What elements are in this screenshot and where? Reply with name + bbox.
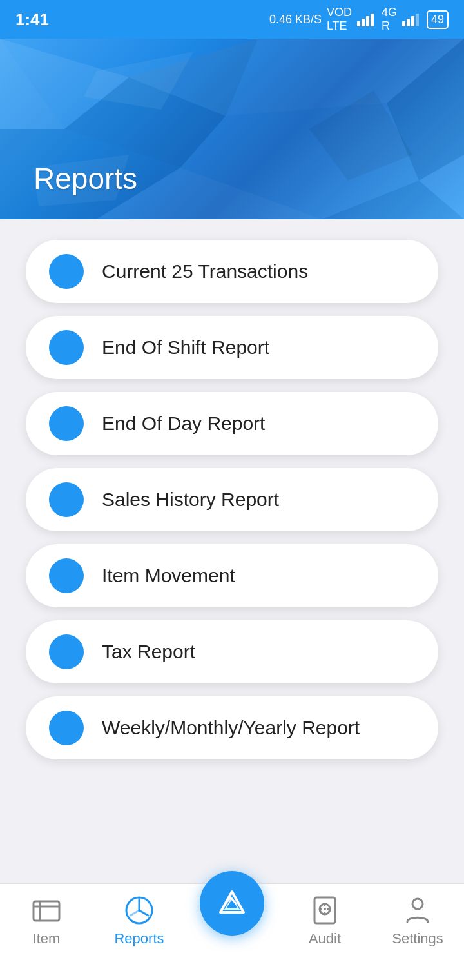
svg-rect-2	[366, 16, 369, 26]
report-dot-current-25	[49, 254, 84, 289]
bottom-navigation: Item Reports	[0, 883, 464, 980]
page-title: Reports	[34, 161, 137, 196]
nav-item-audit[interactable]: Audit	[278, 894, 371, 947]
network-speed: 0.46 KB/S	[269, 13, 322, 26]
status-right: 0.46 KB/S VODLTE 4GR 49	[269, 6, 449, 33]
battery: 49	[427, 10, 449, 29]
report-label-end-of-day: End Of Day Report	[102, 413, 265, 435]
settings-icon	[401, 894, 434, 926]
svg-rect-6	[411, 16, 414, 26]
report-dot-end-of-shift	[49, 330, 84, 365]
report-card-sales-history[interactable]: Sales History Report	[26, 468, 438, 531]
svg-rect-3	[371, 14, 374, 26]
audit-icon	[309, 894, 341, 926]
status-bar: 1:41 0.46 KB/S VODLTE 4GR 49	[0, 0, 464, 39]
svg-rect-0	[357, 21, 360, 26]
report-card-current-25[interactable]: Current 25 Transactions	[26, 240, 438, 303]
nav-label-audit: Audit	[309, 930, 341, 947]
report-dot-sales-history	[49, 482, 84, 517]
report-label-item-movement: Item Movement	[102, 565, 235, 587]
svg-rect-7	[416, 14, 419, 26]
report-label-sales-history: Sales History Report	[102, 489, 279, 511]
report-label-tax-report: Tax Report	[102, 641, 195, 663]
nav-label-settings: Settings	[392, 930, 443, 947]
nav-item-reports[interactable]: Reports	[93, 894, 186, 947]
report-label-weekly-monthly-yearly: Weekly/Monthly/Yearly Report	[102, 717, 360, 739]
report-label-end-of-shift: End Of Shift Report	[102, 337, 269, 358]
network-type: VODLTE	[327, 6, 352, 33]
svg-rect-5	[407, 19, 410, 26]
report-dot-item-movement	[49, 558, 84, 593]
network-gen: 4GR	[382, 6, 397, 33]
item-icon	[30, 894, 63, 926]
signal-bars-2	[402, 12, 421, 26]
report-card-tax-report[interactable]: Tax Report	[26, 620, 438, 683]
report-label-current-25: Current 25 Transactions	[102, 260, 308, 282]
page-header: Reports	[0, 39, 464, 219]
report-card-end-of-shift[interactable]: End Of Shift Report	[26, 316, 438, 379]
report-card-end-of-day[interactable]: End Of Day Report	[26, 392, 438, 455]
report-list: Current 25 TransactionsEnd Of Shift Repo…	[0, 219, 464, 876]
nav-label-reports: Reports	[114, 930, 164, 947]
svg-point-32	[324, 908, 326, 910]
nav-label-item: Item	[33, 930, 61, 947]
report-dot-end-of-day	[49, 406, 84, 441]
signal-bars	[357, 12, 376, 26]
report-card-weekly-monthly-yearly[interactable]: Weekly/Monthly/Yearly Report	[26, 696, 438, 760]
svg-rect-1	[362, 19, 365, 26]
nav-fab[interactable]	[186, 871, 278, 936]
svg-rect-4	[402, 21, 405, 26]
svg-rect-23	[34, 901, 59, 921]
nav-item-item[interactable]: Item	[0, 894, 93, 947]
report-dot-tax-report	[49, 634, 84, 669]
svg-point-37	[412, 899, 423, 909]
report-dot-weekly-monthly-yearly	[49, 710, 84, 745]
nav-item-settings[interactable]: Settings	[371, 894, 464, 947]
status-time: 1:41	[15, 10, 49, 30]
reports-icon	[123, 894, 155, 926]
report-card-item-movement[interactable]: Item Movement	[26, 544, 438, 607]
fab-button[interactable]	[200, 871, 264, 936]
